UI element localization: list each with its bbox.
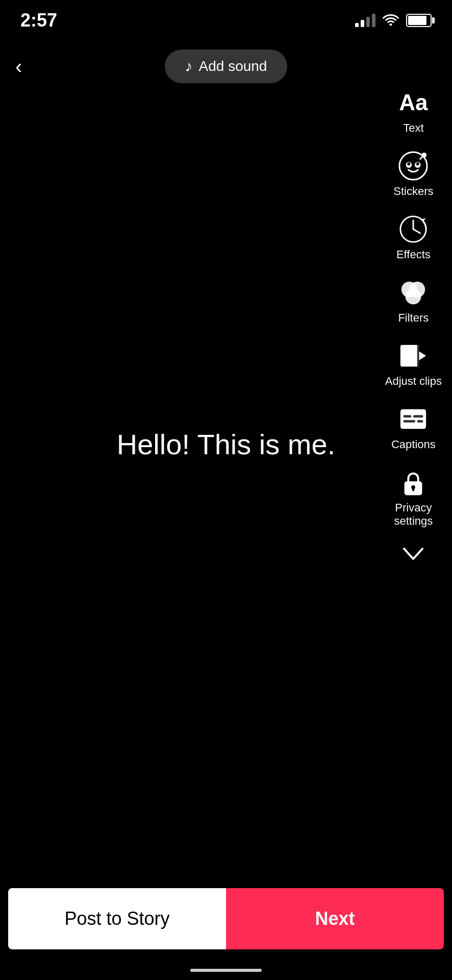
music-note-icon: ♪ <box>185 58 193 75</box>
effects-icon <box>397 213 429 245</box>
svg-rect-19 <box>404 420 415 423</box>
privacy-icon <box>397 467 429 498</box>
svg-line-8 <box>413 229 420 233</box>
filters-icon <box>397 277 429 308</box>
chevron-down-button[interactable] <box>402 544 424 567</box>
tool-effects[interactable]: Effects <box>396 208 431 266</box>
svg-rect-13 <box>400 345 418 367</box>
captions-label: Captions <box>391 438 436 451</box>
post-to-story-button[interactable]: Post to Story <box>8 888 226 949</box>
filters-label: Filters <box>398 311 429 325</box>
svg-rect-23 <box>412 487 414 492</box>
tool-captions[interactable]: Captions <box>391 398 436 456</box>
stickers-label: Stickers <box>393 185 433 198</box>
status-bar: 2:57 <box>0 0 452 41</box>
text-icon: Aa <box>397 87 429 118</box>
stickers-icon <box>397 150 429 182</box>
battery-icon <box>406 14 432 27</box>
captions-icon <box>397 403 429 435</box>
svg-rect-18 <box>413 415 423 418</box>
svg-point-4 <box>416 162 419 165</box>
bottom-bar: Post to Story Next <box>0 888 452 949</box>
svg-marker-14 <box>418 351 426 360</box>
next-button[interactable]: Next <box>226 888 444 949</box>
adjust-clips-icon <box>397 340 429 372</box>
svg-point-12 <box>406 288 421 304</box>
svg-rect-15 <box>417 345 419 367</box>
signal-icon <box>355 14 375 27</box>
add-sound-label: Add sound <box>199 58 267 75</box>
back-button[interactable]: ‹ <box>15 55 22 78</box>
svg-point-5 <box>422 153 427 158</box>
tool-stickers[interactable]: Stickers <box>393 145 433 203</box>
adjust-clips-label: Adjust clips <box>385 375 442 388</box>
status-time: 2:57 <box>20 10 57 31</box>
text-label: Text <box>403 121 423 135</box>
svg-point-3 <box>408 162 411 165</box>
tool-text[interactable]: Aa Text <box>397 82 429 140</box>
wifi-icon <box>383 12 399 29</box>
tool-privacy-settings[interactable]: Privacysettings <box>394 461 433 533</box>
add-sound-button[interactable]: ♪ Add sound <box>165 50 288 83</box>
main-content: Hello! This is me. <box>0 0 452 888</box>
status-icons <box>355 12 432 29</box>
center-text: Hello! This is me. <box>117 428 335 461</box>
tool-filters[interactable]: Filters <box>397 272 429 330</box>
svg-rect-17 <box>404 415 411 418</box>
top-nav: ‹ ♪ Add sound <box>0 41 452 92</box>
privacy-settings-label: Privacysettings <box>394 501 433 528</box>
tool-adjust-clips[interactable]: Adjust clips <box>385 335 442 393</box>
svg-rect-16 <box>400 409 426 429</box>
home-indicator <box>190 969 262 972</box>
svg-rect-20 <box>417 420 423 423</box>
right-toolbar: Aa Text Stickers <box>385 82 442 567</box>
effects-label: Effects <box>396 248 431 261</box>
